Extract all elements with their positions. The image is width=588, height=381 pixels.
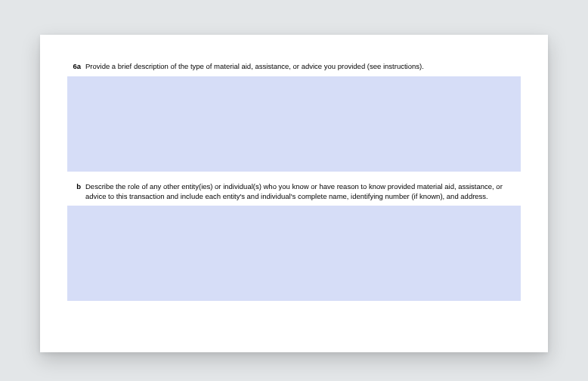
question-6a-number: 6a — [67, 62, 81, 72]
question-6a: 6a Provide a brief description of the ty… — [67, 62, 521, 175]
question-6a-text: Provide a brief description of the type … — [85, 62, 521, 72]
question-6a-input[interactable] — [67, 76, 521, 172]
question-6b-input[interactable] — [67, 206, 521, 301]
form-page: 6a Provide a brief description of the ty… — [40, 35, 548, 352]
question-6b-prompt: b Describe the role of any other entity(… — [67, 182, 521, 202]
question-6a-prompt: 6a Provide a brief description of the ty… — [67, 62, 521, 72]
question-6b: b Describe the role of any other entity(… — [67, 182, 521, 305]
question-6b-number: b — [67, 182, 81, 192]
question-6b-text: Describe the role of any other entity(ie… — [85, 182, 521, 202]
